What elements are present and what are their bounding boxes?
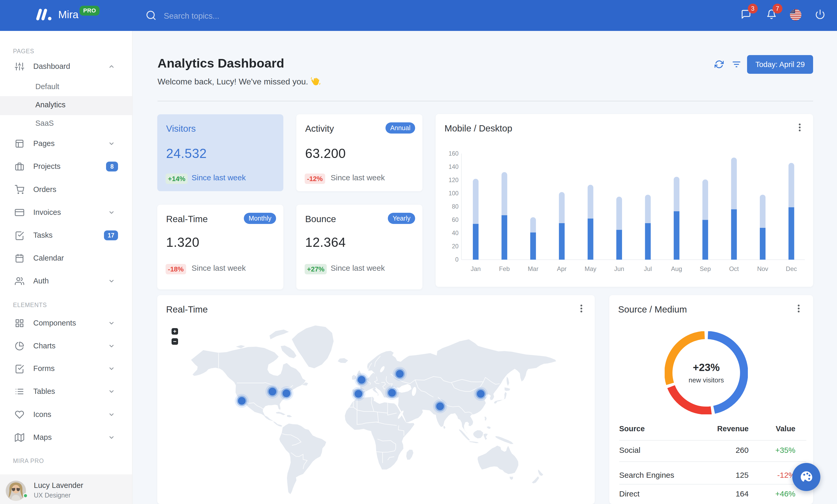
svg-text:80: 80 <box>452 203 459 210</box>
svg-text:Oct: Oct <box>729 265 739 272</box>
svg-text:May: May <box>585 265 596 272</box>
svg-text:Jul: Jul <box>644 265 652 272</box>
svg-text:Apr: Apr <box>557 265 567 272</box>
svg-text:Jun: Jun <box>614 265 624 272</box>
svg-text:160: 160 <box>449 150 459 157</box>
svg-text:40: 40 <box>452 230 459 237</box>
svg-text:120: 120 <box>449 177 459 183</box>
svg-text:20: 20 <box>452 243 459 250</box>
svg-text:Mar: Mar <box>528 265 538 272</box>
svg-text:Aug: Aug <box>671 265 682 272</box>
svg-text:Sep: Sep <box>700 265 711 272</box>
svg-text:140: 140 <box>449 163 459 170</box>
svg-text:60: 60 <box>452 217 459 223</box>
svg-text:Nov: Nov <box>757 265 768 272</box>
svg-text:0: 0 <box>455 256 459 263</box>
svg-text:Feb: Feb <box>499 265 510 272</box>
svg-text:Jan: Jan <box>471 265 481 272</box>
svg-text:Dec: Dec <box>786 265 797 272</box>
svg-text:100: 100 <box>449 190 459 197</box>
